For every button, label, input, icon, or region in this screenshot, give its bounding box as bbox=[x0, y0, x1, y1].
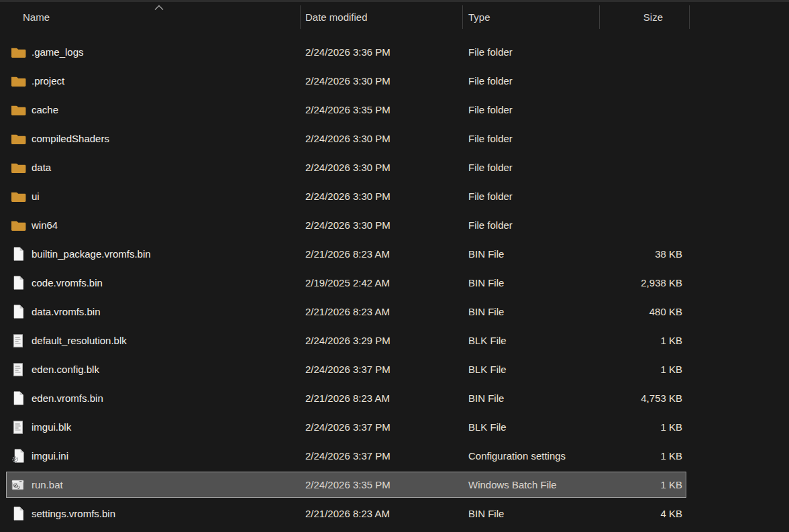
folder-icon bbox=[11, 75, 26, 87]
file-name: compiledShaders bbox=[32, 133, 109, 144]
file-size: 1 KB bbox=[600, 479, 690, 490]
file-size: 38 KB bbox=[600, 248, 690, 260]
file-name: code.vromfs.bin bbox=[32, 277, 103, 288]
file-type: Configuration settings bbox=[463, 450, 600, 462]
file-row-builtin_package.vromfs.bin[interactable]: builtin_package.vromfs.bin 2/21/2026 8:2… bbox=[0, 240, 789, 268]
file-size: 1 KB bbox=[600, 421, 690, 433]
file-icon bbox=[13, 305, 24, 319]
file-type: File folder bbox=[463, 162, 600, 173]
file-row-code.vromfs.bin[interactable]: code.vromfs.bin 2/19/2025 2:42 AM BIN Fi… bbox=[0, 268, 789, 297]
file-name: win64 bbox=[32, 219, 58, 231]
file-row-win64[interactable]: win64 2/24/2026 3:30 PM File folder bbox=[0, 211, 789, 240]
file-type: File folder bbox=[463, 46, 600, 58]
date-modified: 2/24/2026 3:35 PM bbox=[301, 479, 463, 490]
file-icon bbox=[13, 391, 24, 405]
file-name: imgui.blk bbox=[32, 421, 71, 433]
date-modified: 2/24/2026 3:30 PM bbox=[301, 75, 463, 87]
file-type: BLK File bbox=[463, 421, 600, 433]
date-modified: 2/21/2026 8:23 AM bbox=[301, 248, 463, 260]
text-file-icon bbox=[13, 334, 23, 348]
file-type: BIN File bbox=[463, 306, 600, 317]
file-row-default_resolution.blk[interactable]: default_resolution.blk 2/24/2026 3:29 PM… bbox=[0, 326, 789, 355]
file-size: 4 KB bbox=[600, 508, 690, 519]
folder-icon bbox=[11, 104, 26, 116]
file-name: default_resolution.blk bbox=[32, 335, 127, 346]
file-type: BLK File bbox=[463, 364, 600, 375]
date-modified: 2/24/2026 3:30 PM bbox=[301, 162, 463, 173]
file-name: data.vromfs.bin bbox=[32, 306, 101, 317]
date-modified: 2/24/2026 3:35 PM bbox=[301, 104, 463, 115]
text-file-icon bbox=[13, 421, 23, 434]
file-name: eden.config.blk bbox=[32, 364, 99, 375]
date-modified: 2/21/2026 8:23 AM bbox=[301, 392, 463, 404]
file-row-imgui.blk[interactable]: imgui.blk 2/24/2026 3:37 PM BLK File 1 K… bbox=[0, 413, 789, 441]
file-row-.project[interactable]: .project 2/24/2026 3:30 PM File folder bbox=[0, 66, 789, 95]
date-modified: 2/19/2025 2:42 AM bbox=[301, 277, 463, 288]
folder-icon bbox=[11, 133, 26, 145]
file-list: .game_logs 2/24/2026 3:36 PM File folder… bbox=[0, 38, 789, 528]
column-header-row: NameDate modifiedTypeSize bbox=[0, 2, 789, 32]
file-row-run.bat[interactable]: run.bat 2/24/2026 3:35 PM Windows Batch … bbox=[0, 470, 789, 499]
file-row-eden.config.blk[interactable]: eden.config.blk 2/24/2026 3:37 PM BLK Fi… bbox=[0, 355, 789, 384]
file-name: eden.vromfs.bin bbox=[32, 392, 103, 404]
file-row-settings.vromfs.bin[interactable]: settings.vromfs.bin 2/21/2026 8:23 AM BI… bbox=[0, 499, 789, 528]
folder-icon bbox=[11, 46, 26, 58]
file-row-.game_logs[interactable]: .game_logs 2/24/2026 3:36 PM File folder bbox=[0, 38, 789, 66]
date-modified: 2/24/2026 3:30 PM bbox=[301, 191, 463, 202]
column-header-name[interactable]: Name bbox=[0, 2, 301, 32]
folder-icon bbox=[11, 162, 26, 174]
file-name: run.bat bbox=[32, 479, 63, 490]
file-size: 2,938 KB bbox=[600, 277, 690, 288]
file-type: File folder bbox=[463, 104, 600, 115]
date-modified: 2/24/2026 3:29 PM bbox=[301, 335, 463, 346]
file-name: .game_logs bbox=[32, 46, 84, 58]
date-modified: 2/24/2026 3:30 PM bbox=[301, 219, 463, 231]
file-type: BIN File bbox=[463, 248, 600, 260]
file-explorer-list-view: NameDate modifiedTypeSize .game_logs 2/2… bbox=[0, 0, 789, 532]
file-name: settings.vromfs.bin bbox=[32, 508, 115, 519]
file-name: builtin_package.vromfs.bin bbox=[32, 248, 151, 260]
file-row-compiledShaders[interactable]: compiledShaders 2/24/2026 3:30 PM File f… bbox=[0, 124, 789, 153]
date-modified: 2/21/2026 8:23 AM bbox=[301, 508, 463, 519]
file-type: File folder bbox=[463, 75, 600, 87]
file-type: File folder bbox=[463, 191, 600, 202]
file-type: BIN File bbox=[463, 508, 600, 519]
file-row-ui[interactable]: ui 2/24/2026 3:30 PM File folder bbox=[0, 182, 789, 211]
file-row-data[interactable]: data 2/24/2026 3:30 PM File folder bbox=[0, 153, 789, 182]
text-file-icon bbox=[13, 363, 23, 376]
date-modified: 2/24/2026 3:37 PM bbox=[301, 450, 463, 462]
file-type: BIN File bbox=[463, 277, 600, 288]
column-header-date[interactable]: Date modified bbox=[301, 2, 463, 32]
file-size: 4,753 KB bbox=[600, 392, 690, 404]
file-name: imgui.ini bbox=[32, 450, 68, 462]
file-name: ui bbox=[32, 191, 40, 202]
folder-icon bbox=[11, 191, 26, 203]
file-size: 480 KB bbox=[600, 306, 690, 317]
folder-icon bbox=[11, 219, 26, 231]
config-file-icon bbox=[12, 449, 25, 463]
file-type: Windows Batch File bbox=[463, 479, 600, 490]
date-modified: 2/21/2026 8:23 AM bbox=[301, 306, 463, 317]
file-type: BLK File bbox=[463, 335, 600, 346]
file-name: .project bbox=[32, 75, 64, 87]
column-header-size[interactable]: Size bbox=[600, 2, 690, 32]
file-icon bbox=[13, 507, 24, 521]
batch-file-icon bbox=[11, 479, 25, 491]
file-size: 1 KB bbox=[600, 335, 690, 346]
file-name: data bbox=[32, 162, 51, 173]
file-type: BIN File bbox=[463, 392, 600, 404]
column-header-type[interactable]: Type bbox=[463, 2, 600, 32]
file-type: File folder bbox=[463, 133, 600, 144]
file-row-cache[interactable]: cache 2/24/2026 3:35 PM File folder bbox=[0, 95, 789, 124]
file-row-data.vromfs.bin[interactable]: data.vromfs.bin 2/21/2026 8:23 AM BIN Fi… bbox=[0, 297, 789, 326]
file-row-eden.vromfs.bin[interactable]: eden.vromfs.bin 2/21/2026 8:23 AM BIN Fi… bbox=[0, 384, 789, 413]
file-name: cache bbox=[32, 104, 58, 115]
date-modified: 2/24/2026 3:30 PM bbox=[301, 133, 463, 144]
file-size: 1 KB bbox=[600, 450, 690, 462]
file-icon bbox=[13, 247, 24, 261]
date-modified: 2/24/2026 3:37 PM bbox=[301, 364, 463, 375]
file-row-imgui.ini[interactable]: imgui.ini 2/24/2026 3:37 PM Configuratio… bbox=[0, 441, 789, 470]
file-type: File folder bbox=[463, 219, 600, 231]
file-icon bbox=[13, 276, 24, 290]
date-modified: 2/24/2026 3:36 PM bbox=[301, 46, 463, 58]
